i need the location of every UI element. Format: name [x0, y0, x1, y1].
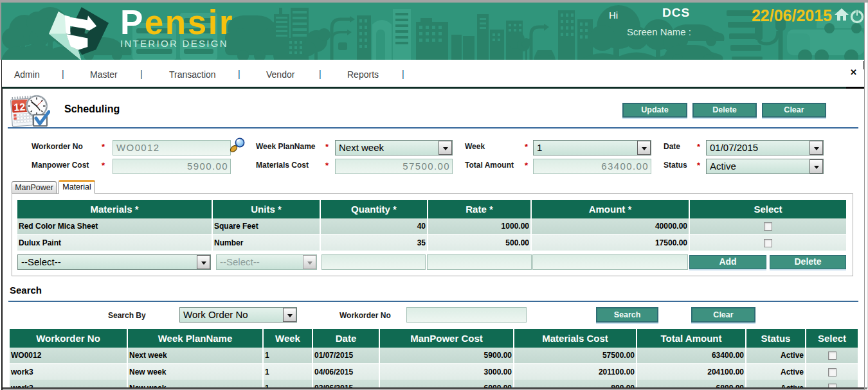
svg-text:12: 12 — [14, 102, 26, 113]
